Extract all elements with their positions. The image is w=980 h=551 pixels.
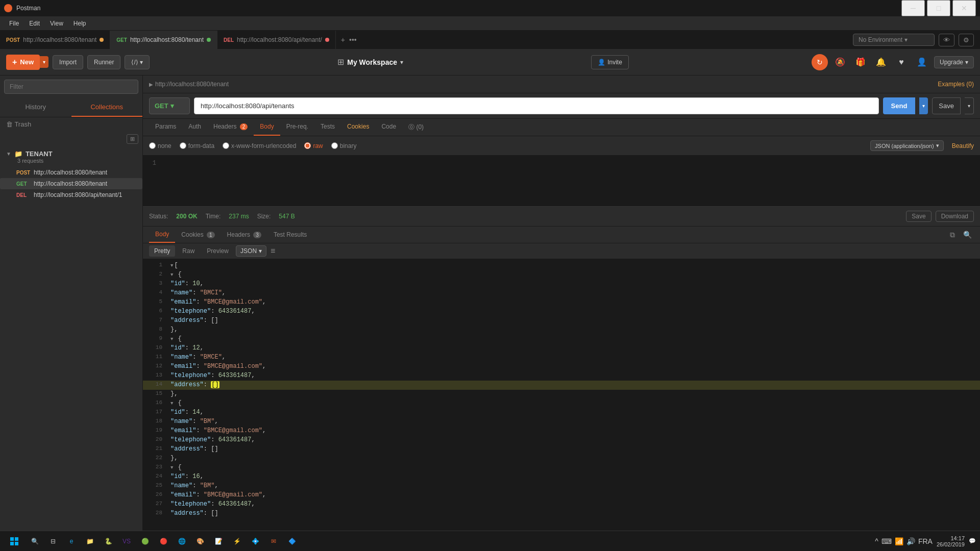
settings-icon-button[interactable]: ⚙ [959, 34, 974, 46]
body-formdata-radio[interactable] [180, 142, 186, 149]
taskbar-app1-icon[interactable]: 🐍 [100, 533, 116, 549]
body-formdata-option[interactable]: form-data [180, 142, 214, 149]
no-distract-icon[interactable]: 🔕 [832, 54, 848, 70]
tray-lang-label[interactable]: FRA [918, 537, 933, 545]
expand-arrow-23[interactable]: ▼ [170, 465, 173, 470]
taskbar-app6-icon[interactable]: 🎨 [192, 533, 208, 549]
copy-response-button[interactable]: ⧉ [948, 229, 957, 241]
new-button[interactable]: + New [6, 55, 40, 70]
request-item-get[interactable]: GET http://localhost:8080/tenant [0, 178, 142, 189]
response-save-button[interactable]: Save [906, 211, 931, 222]
req-tab-body[interactable]: Body [254, 119, 280, 136]
resp-tab-body[interactable]: Body [149, 227, 175, 243]
taskbar-explorer-icon[interactable]: 📁 [82, 533, 98, 549]
tab-post-tenant[interactable]: POST http://localhost:8080/tenant [0, 31, 110, 49]
avatar-icon[interactable]: 👤 [914, 54, 930, 70]
req-tab-auth[interactable]: Auth [182, 119, 207, 136]
sidebar-tab-history[interactable]: History [0, 98, 71, 117]
taskbar-app8-icon[interactable]: ⚡ [229, 533, 245, 549]
menu-edit[interactable]: Edit [24, 18, 45, 29]
tray-sound-icon[interactable]: 🔊 [906, 537, 915, 545]
content-type-selector[interactable]: JSON (application/json) ▾ [870, 140, 944, 151]
sync-button[interactable]: ↻ [812, 54, 828, 70]
environment-selector[interactable]: No Environment ▾ [853, 34, 935, 46]
workspace-selector[interactable]: ⊞ My Workspace ▾ [332, 55, 408, 69]
json-response-viewer[interactable]: 1▼[2▼ {3 "id": 10,4 "name": "BMCI",5 "em… [143, 259, 980, 551]
req-tab-cookies[interactable]: Cookies [341, 119, 375, 136]
url-input[interactable] [194, 97, 879, 114]
new-dropdown-arrow[interactable]: ▾ [40, 56, 48, 68]
editor-content[interactable] [162, 160, 976, 202]
taskbar-app3-icon[interactable]: 🟢 [137, 533, 153, 549]
req-tab-prereq[interactable]: Pre-req. [280, 119, 314, 136]
method-selector[interactable]: GET ▾ [149, 97, 190, 114]
start-button[interactable] [4, 531, 24, 552]
request-item-post[interactable]: POST http://localhost:8080/tenant [0, 167, 142, 178]
heart-icon[interactable]: ♥ [893, 54, 910, 70]
menu-view[interactable]: View [45, 18, 68, 29]
expand-arrow-16[interactable]: ▼ [170, 401, 173, 406]
body-binary-option[interactable]: binary [331, 142, 357, 149]
invite-button[interactable]: 👤 Invite [591, 55, 629, 69]
collection-header[interactable]: ▼ 📁 TENANT [6, 150, 136, 158]
taskbar-app10-icon[interactable]: 🔷 [284, 533, 300, 549]
save-button[interactable]: Save [932, 97, 961, 114]
search-input[interactable] [4, 80, 138, 94]
close-button[interactable]: ✕ [952, 0, 976, 16]
tray-wifi-icon[interactable]: 📶 [895, 537, 903, 545]
download-button[interactable]: Download [936, 211, 974, 222]
body-none-option[interactable]: none [149, 142, 172, 149]
eye-icon-button[interactable]: 👁 [939, 34, 954, 46]
tray-keyboard-icon[interactable]: ⌨ [881, 537, 892, 545]
gift-icon[interactable]: 🎁 [852, 54, 869, 70]
sidebar-trash-item[interactable]: 🗑 Trash [0, 117, 142, 131]
body-binary-radio[interactable] [331, 142, 338, 149]
resp-tab-tests[interactable]: Test Results [267, 227, 313, 242]
taskbar-app7-icon[interactable]: 📝 [210, 533, 227, 549]
maximize-button[interactable]: □ [927, 0, 950, 16]
body-none-radio[interactable] [149, 142, 156, 149]
add-tab-button[interactable]: + [341, 36, 345, 44]
tray-up-arrow[interactable]: ^ [875, 537, 878, 545]
import-button[interactable]: Import [53, 55, 83, 69]
req-tab-tests[interactable]: Tests [314, 119, 341, 136]
tab-del-tenant[interactable]: DEL http://localhost:8080/api/tenant/ [217, 31, 336, 49]
menu-help[interactable]: Help [68, 18, 91, 29]
expand-arrow-9[interactable]: ▼ [170, 337, 173, 342]
view-tab-pretty[interactable]: Pretty [149, 245, 175, 257]
body-urlencoded-option[interactable]: x-www-form-urlencoded [223, 142, 296, 149]
send-button[interactable]: Send [883, 97, 916, 114]
expand-arrow-1[interactable]: ▼ [170, 263, 173, 268]
search-response-button[interactable]: 🔍 [961, 229, 974, 241]
beautify-button[interactable]: Beautify [952, 142, 974, 149]
minimize-button[interactable]: ─ [901, 0, 925, 16]
body-urlencoded-radio[interactable] [223, 142, 229, 149]
sidebar-tab-collections[interactable]: Collections [71, 98, 143, 117]
tray-notification-icon[interactable]: 💬 [969, 538, 976, 544]
view-tab-preview[interactable]: Preview [202, 245, 234, 257]
menu-file[interactable]: File [4, 18, 24, 29]
upgrade-button[interactable]: Upgrade ▾ [934, 56, 974, 68]
time-display[interactable]: 14:17 26/02/2019 [937, 535, 965, 547]
req-tab-params[interactable]: Params [149, 119, 182, 136]
view-tab-raw[interactable]: Raw [177, 245, 200, 257]
taskbar-postman-icon[interactable]: ✉ [265, 533, 282, 549]
taskbar-app5-icon[interactable]: 🌐 [174, 533, 190, 549]
examples-link[interactable]: Examples (0) [938, 81, 974, 88]
send-dropdown-arrow[interactable]: ▾ [919, 97, 928, 114]
taskbar-taskview-icon[interactable]: ⊟ [45, 533, 61, 549]
req-tab-zero[interactable]: ⓪ (0) [402, 119, 430, 136]
save-dropdown-arrow[interactable]: ▾ [965, 97, 974, 114]
wrap-lines-button[interactable]: ≡ [271, 246, 275, 256]
taskbar-vs-icon[interactable]: VS [118, 533, 135, 549]
tab-get-tenant[interactable]: GET http://localhost:8080/tenant [110, 31, 217, 49]
req-tab-headers[interactable]: Headers 2 [207, 119, 254, 136]
expand-arrow-2[interactable]: ▼ [170, 272, 173, 278]
more-tabs-button[interactable]: ••• [349, 36, 357, 44]
bell-icon[interactable]: 🔔 [873, 54, 889, 70]
format-selector[interactable]: JSON ▾ [236, 245, 266, 257]
taskbar-ie-icon[interactable]: e [63, 533, 80, 549]
extra-button[interactable]: ⟨/⟩ ▾ [125, 55, 150, 69]
runner-button[interactable]: Runner [87, 55, 120, 69]
taskbar-app9-icon[interactable]: 💠 [247, 533, 263, 549]
